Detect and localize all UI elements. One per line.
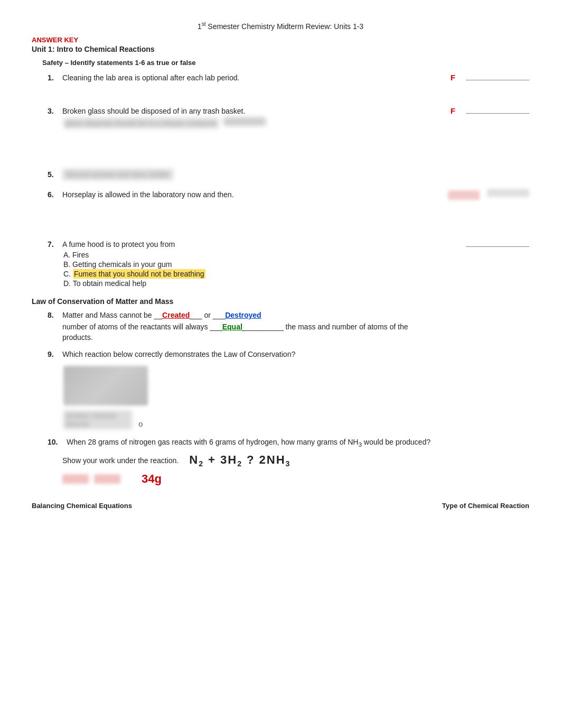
q7-choice-D: D. To obtain medical help bbox=[63, 279, 529, 288]
title-text: 1st Semester Chemistry Midterm Review: U… bbox=[198, 22, 363, 31]
q8-line3: products. bbox=[62, 333, 529, 342]
q8-answer-equal: Equal bbox=[222, 322, 242, 331]
q7-text: A fume hood is to protect you from bbox=[62, 240, 424, 248]
footer-left: Balancing Chemical Equations bbox=[32, 502, 132, 510]
q5-text: blurred answer text here visible bbox=[62, 169, 529, 180]
q8-answer-destroyed: Destroyed bbox=[225, 311, 261, 319]
q3-sub-blurred: glass disposal should be in a sharps con… bbox=[63, 118, 219, 128]
safety-section-label: Safety – Identify statements 1-6 as true… bbox=[42, 59, 529, 67]
question-8: 8. Matter and Mass cannot be __ Created … bbox=[48, 311, 529, 342]
unit-title: Unit 1: Intro to Chemical Reactions bbox=[32, 45, 529, 53]
q8-answer-created: Created bbox=[162, 311, 190, 319]
q7-number: 7. bbox=[48, 240, 62, 248]
answer-key-label: ANSWER KEY bbox=[32, 36, 529, 44]
q9-answer-row: answer choices blurred o bbox=[63, 410, 529, 429]
footer-right: Type of Chemical Reaction bbox=[442, 502, 529, 510]
q7-choice-C: C. Fumes that you should not be breathin… bbox=[63, 270, 529, 278]
q10-number: 10. bbox=[48, 438, 67, 446]
question-1: 1. Cleaning the lab area is optional aft… bbox=[48, 73, 529, 82]
q6-answer-blurred bbox=[448, 190, 480, 200]
q3-text: Broken glass should be disposed of in an… bbox=[62, 107, 440, 115]
q1-text: Cleaning the lab area is optional after … bbox=[62, 73, 440, 82]
q10-work-label: Show your work under the reaction. bbox=[62, 456, 179, 465]
q9-image-area: answer choices blurred o bbox=[63, 362, 529, 429]
q3-blank bbox=[466, 113, 529, 114]
q9-blurred-image bbox=[63, 366, 148, 406]
question-7: 7. A fume hood is to protect you from A.… bbox=[48, 240, 529, 288]
q6-blank-blurred bbox=[487, 189, 529, 197]
q8-line2-text2: __________ the mass and number of atoms … bbox=[242, 322, 408, 331]
question-9: 9. Which reaction below correctly demons… bbox=[48, 350, 529, 429]
safety-subtitle: – Identify statements 1-6 as true or fal… bbox=[63, 59, 195, 67]
question-5: 5. blurred answer text here visible bbox=[48, 169, 529, 180]
safety-label: Safety bbox=[42, 59, 63, 67]
question-6: 6. Horseplay is allowed in the laborator… bbox=[48, 189, 529, 200]
q5-number: 5. bbox=[48, 170, 62, 179]
q10-equation: N2 + 3H2 ? 2NH3 bbox=[189, 453, 291, 468]
footer: Balancing Chemical Equations Type of Che… bbox=[32, 502, 529, 510]
q10-blurred-work1 bbox=[62, 474, 89, 484]
q8-text2: ___ or ___ bbox=[190, 311, 225, 319]
q10-blurred-work2 bbox=[94, 474, 120, 484]
q7-choice-C-text: Fumes that you should not be breathing bbox=[73, 269, 205, 279]
q9-answer-o: o bbox=[138, 419, 143, 428]
q1-answer: F bbox=[451, 73, 455, 82]
q10-answer-34g: 34g bbox=[142, 472, 162, 486]
q9-text: Which reaction below correctly demonstra… bbox=[62, 350, 529, 358]
q7-choice-A: A. Fires bbox=[63, 251, 529, 259]
question-10: 10. When 28 grams of nitrogen gas reacts… bbox=[48, 438, 529, 486]
law-section-title: Law of Conservation of Matter and Mass bbox=[32, 297, 529, 306]
question-3: 3. Broken glass should be disposed of in… bbox=[48, 106, 529, 128]
q8-number: 8. bbox=[48, 311, 62, 319]
q8-text1: Matter and Mass cannot be __ bbox=[62, 311, 162, 319]
q10-text: When 28 grams of nitrogen gas reacts wit… bbox=[67, 438, 529, 448]
q8-line2-text1: number of atoms of the reactants will al… bbox=[62, 322, 222, 331]
q6-number: 6. bbox=[48, 190, 62, 199]
q9-blurred-text: answer choices blurred bbox=[63, 410, 132, 429]
q6-text: Horseplay is allowed in the laboratory n… bbox=[62, 190, 435, 199]
q10-work-row: Show your work under the reaction. N2 + … bbox=[62, 453, 529, 468]
q1-blank bbox=[466, 80, 529, 80]
q3-number: 3. bbox=[48, 107, 62, 115]
q5-blurred-text: blurred answer text here visible bbox=[62, 169, 173, 180]
q7-choice-B: B. Getting chemicals in your gum bbox=[63, 260, 529, 269]
q1-number: 1. bbox=[48, 73, 62, 82]
q7-blank bbox=[466, 246, 529, 247]
q9-number: 9. bbox=[48, 350, 62, 358]
q3-answer: F bbox=[451, 106, 455, 115]
q10-answer-row: 34g bbox=[62, 472, 529, 486]
q3-sub-blurred2 bbox=[223, 117, 266, 126]
page-title: 1st Semester Chemistry Midterm Review: U… bbox=[32, 21, 529, 31]
